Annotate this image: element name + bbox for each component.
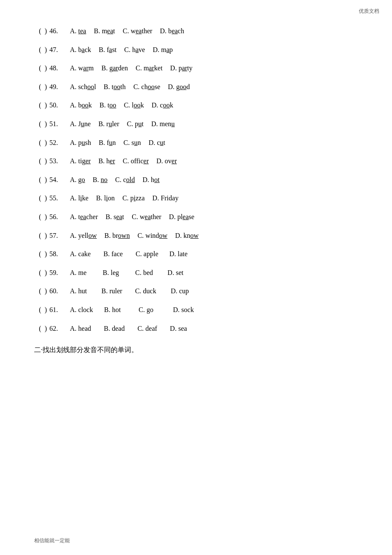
option-word: ea — [80, 213, 86, 220]
question-item: ( ) 54. A. go B. no C. cold D. hot — [34, 174, 358, 185]
q-num: 56. — [48, 211, 68, 223]
option-word: ow — [89, 232, 97, 239]
q-option: A. book — [70, 100, 92, 111]
option-word: er — [172, 157, 177, 165]
option-word: tea — [78, 27, 86, 35]
option-word: a — [109, 46, 112, 53]
q-options: A. head B. dead C. deaf D. sea — [70, 323, 190, 334]
q-option: C. bed — [127, 267, 153, 278]
q-option: A. teacher — [70, 211, 98, 223]
q-num: 59. — [48, 267, 68, 278]
option-word: ea — [116, 213, 122, 220]
q-bracket: ( ) — [34, 119, 47, 130]
option-word: u — [109, 139, 112, 146]
q-option: C. put — [127, 119, 144, 130]
option-word: oo — [110, 101, 116, 109]
q-bracket: ( ) — [34, 63, 47, 74]
q-bracket: ( ) — [34, 137, 47, 148]
q-bracket: ( ) — [34, 100, 47, 111]
option-word: i — [80, 194, 82, 202]
option-word: oo — [148, 83, 155, 90]
q-option: B. too — [100, 100, 116, 111]
q-options: A. hut B. ruler C. duck D. cup — [70, 286, 192, 297]
q-bracket: ( ) — [34, 249, 47, 260]
q-option: A. head — [70, 323, 91, 334]
q-option: B. garden — [101, 63, 128, 74]
option-word: oo — [82, 101, 89, 109]
q-option: D. hot — [142, 174, 159, 185]
q-num: 55. — [48, 193, 68, 204]
option-word: er — [85, 157, 90, 165]
q-num: 54. — [48, 174, 68, 185]
question-item: ( ) 52. A. push B. fun C. sun D. cut — [34, 137, 358, 148]
q-option: D. cook — [152, 100, 173, 111]
q-option: D. cut — [149, 137, 165, 148]
option-word: ow — [190, 232, 199, 239]
q-option: A. back — [70, 44, 91, 55]
question-item: ( ) 60. A. hut B. ruler C. duck D. cup — [34, 286, 358, 297]
q-num: 49. — [48, 81, 68, 92]
q-option: B. brown — [104, 230, 130, 241]
q-option: A. clock — [70, 304, 93, 315]
q-option: B. ruler — [98, 119, 119, 130]
q-option: C. market — [135, 63, 162, 74]
option-word: go — [78, 176, 85, 183]
q-option: A. me — [70, 267, 86, 278]
watermark-top: 优质文档 — [359, 8, 379, 15]
q-bracket: ( ) — [34, 211, 47, 223]
option-word: u — [82, 139, 85, 146]
q-option: D. sock — [161, 304, 194, 315]
option-word: ea — [107, 27, 113, 35]
q-options: A. me B. leg C. bed D. set — [70, 267, 187, 278]
option-word: own — [118, 232, 130, 239]
q-option: A. warm — [70, 63, 94, 74]
q-options: A. school B. tooth C. choose D. good — [70, 81, 193, 92]
option-word: a — [166, 46, 169, 53]
q-num: 57. — [48, 230, 68, 241]
q-option: A. June — [70, 119, 91, 130]
option-word: u — [171, 120, 175, 127]
option-word: i — [106, 194, 108, 202]
question-item: ( ) 55. A. like B. lion C. pizza D. Frid… — [34, 193, 358, 204]
q-option: D. map — [153, 44, 173, 55]
q-options: A. tiger B. her C. officer D. over — [70, 156, 180, 167]
q-options: A. teacher B. seat C. weather D. please — [70, 211, 198, 223]
q-options: A. warm B. garden C. market D. party — [70, 63, 196, 74]
q-bracket: ( ) — [34, 174, 47, 185]
option-word: ea — [183, 213, 189, 220]
question-item: ( ) 47. A. back B. fast C. have D. map — [34, 44, 358, 55]
q-option: B. no — [93, 174, 108, 185]
q-num: 61. — [48, 304, 68, 315]
q-option: D. set — [161, 267, 183, 278]
q-option: A. yellow — [70, 230, 97, 241]
option-word: a — [82, 46, 85, 53]
q-options: A. yellow B. brown C. window D. know — [70, 230, 202, 241]
q-num: 51. — [48, 119, 68, 130]
q-option: C. apple — [130, 249, 158, 260]
q-option: C. choose — [133, 81, 160, 92]
q-options: A. June B. ruler C. put D. menu — [70, 119, 178, 130]
q-options: A. back B. fast C. have D. map — [70, 44, 176, 55]
q-bracket: ( ) — [34, 156, 47, 167]
q-option: C. look — [124, 100, 144, 111]
q-option: A. go — [70, 174, 85, 185]
q-num: 46. — [48, 26, 68, 37]
option-word: oo — [163, 101, 170, 109]
watermark-bottom: 相信能就一定能 — [34, 537, 70, 544]
q-option: C. pizza — [122, 193, 144, 204]
question-item: ( ) 49. A. school B. tooth C. choose D. … — [34, 81, 358, 92]
q-option: D. please — [169, 211, 195, 223]
q-num: 62. — [48, 323, 68, 334]
option-word: ar — [113, 64, 118, 72]
q-bracket: ( ) — [34, 230, 47, 241]
q-option: B. face — [98, 249, 123, 260]
q-option: D. party — [170, 63, 192, 74]
q-option: C. officer — [123, 156, 149, 167]
question-item: ( ) 56. A. teacher B. seat C. weather D.… — [34, 211, 358, 223]
q-option: B. fun — [99, 137, 116, 148]
q-option: D. late — [166, 249, 188, 260]
q-bracket: ( ) — [34, 81, 47, 92]
q-options: A. book B. too C. look D. cook — [70, 100, 176, 111]
option-word: ot — [154, 176, 159, 183]
question-list: ( ) 46. A. tea B. meat C. weather D. bea… — [34, 26, 358, 334]
